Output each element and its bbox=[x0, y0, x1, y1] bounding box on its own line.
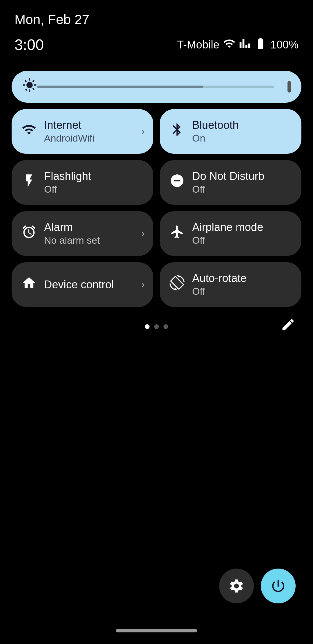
time-display: 3:00 bbox=[14, 36, 44, 53]
dnd-title: Do Not Disturb bbox=[192, 170, 264, 182]
airplane-title: Airplane mode bbox=[192, 221, 263, 234]
devicecontrol-title: Device control bbox=[44, 278, 114, 291]
carrier-label: T-Mobile bbox=[177, 39, 219, 51]
flashlight-tile-text: Flashlight Off bbox=[44, 170, 91, 195]
alarm-tile-text: Alarm No alarm set bbox=[44, 221, 100, 246]
brightness-track[interactable] bbox=[37, 86, 274, 88]
bottom-buttons bbox=[219, 569, 296, 603]
internet-title: Internet bbox=[44, 119, 94, 131]
page-dot-1 bbox=[145, 324, 150, 329]
alarm-arrow-icon: › bbox=[141, 227, 145, 240]
wifi-icon bbox=[223, 37, 236, 53]
status-bar: Mon, Feb 27 bbox=[0, 0, 313, 33]
bluetooth-tile-text: Bluetooth On bbox=[192, 119, 239, 144]
bluetooth-title: Bluetooth bbox=[192, 119, 239, 131]
internet-subtitle: AndroidWifi bbox=[44, 133, 94, 144]
devicecontrol-tile-text: Device control bbox=[44, 278, 114, 291]
battery-icon bbox=[254, 37, 267, 53]
dnd-tile-text: Do Not Disturb Off bbox=[192, 170, 264, 195]
battery-label: 100% bbox=[270, 39, 299, 51]
brightness-icon bbox=[22, 77, 37, 96]
tile-row-3: Alarm No alarm set › Airplane mode Off bbox=[12, 211, 301, 256]
page-dots bbox=[145, 324, 168, 329]
tile-airplane[interactable]: Airplane mode Off bbox=[160, 211, 301, 256]
alarm-title: Alarm bbox=[44, 221, 100, 234]
airplane-subtitle: Off bbox=[192, 235, 263, 246]
bluetooth-subtitle: On bbox=[192, 133, 239, 144]
page-indicator-row bbox=[0, 321, 313, 329]
brightness-fill bbox=[37, 86, 203, 88]
tile-row-4: Device control › Auto-rotate Off bbox=[12, 262, 301, 307]
brightness-slider[interactable] bbox=[12, 71, 301, 103]
alarm-subtitle: No alarm set bbox=[44, 235, 100, 246]
edit-button[interactable] bbox=[281, 317, 296, 333]
flashlight-subtitle: Off bbox=[44, 184, 91, 195]
internet-tile-text: Internet AndroidWifi bbox=[44, 119, 94, 144]
quick-settings-panel: Internet AndroidWifi › Bluetooth On Flas… bbox=[0, 65, 313, 313]
flashlight-title: Flashlight bbox=[44, 170, 91, 182]
signal-icon bbox=[239, 37, 251, 53]
autorotate-tile-text: Auto-rotate Off bbox=[192, 272, 247, 297]
tile-flashlight[interactable]: Flashlight Off bbox=[12, 160, 153, 205]
tile-alarm[interactable]: Alarm No alarm set › bbox=[12, 211, 153, 256]
autorotate-subtitle: Off bbox=[192, 286, 247, 297]
wifi-tile-icon bbox=[20, 122, 38, 141]
tile-bluetooth[interactable]: Bluetooth On bbox=[160, 109, 301, 154]
power-button[interactable] bbox=[261, 569, 296, 603]
devicecontrol-arrow-icon: › bbox=[141, 278, 145, 291]
dnd-subtitle: Off bbox=[192, 184, 264, 195]
settings-button[interactable] bbox=[219, 569, 254, 603]
tile-row-1: Internet AndroidWifi › Bluetooth On bbox=[12, 109, 301, 154]
airplane-tile-icon bbox=[168, 224, 186, 243]
tile-autorotate[interactable]: Auto-rotate Off bbox=[160, 262, 301, 307]
tile-devicecontrol[interactable]: Device control › bbox=[12, 262, 153, 307]
flashlight-tile-icon bbox=[20, 173, 38, 192]
brightness-handle[interactable] bbox=[287, 81, 291, 93]
page-dot-3 bbox=[163, 324, 168, 329]
internet-arrow-icon: › bbox=[141, 125, 145, 138]
tile-dnd[interactable]: Do Not Disturb Off bbox=[160, 160, 301, 205]
tile-internet[interactable]: Internet AndroidWifi › bbox=[12, 109, 153, 154]
autorotate-title: Auto-rotate bbox=[192, 272, 247, 285]
dnd-tile-icon bbox=[168, 173, 186, 192]
time-bar: 3:00 T-Mobile 100% bbox=[0, 33, 313, 65]
bluetooth-tile-icon bbox=[168, 122, 186, 141]
date-display: Mon, Feb 27 bbox=[14, 12, 89, 27]
home-tile-icon bbox=[20, 275, 38, 294]
page-dot-2 bbox=[154, 324, 159, 329]
airplane-tile-text: Airplane mode Off bbox=[192, 221, 263, 246]
tile-row-2: Flashlight Off Do Not Disturb Off bbox=[12, 160, 301, 205]
rotate-tile-icon bbox=[168, 275, 186, 294]
status-icons: T-Mobile 100% bbox=[177, 37, 299, 53]
nav-bar bbox=[116, 629, 197, 632]
alarm-tile-icon bbox=[20, 224, 38, 243]
